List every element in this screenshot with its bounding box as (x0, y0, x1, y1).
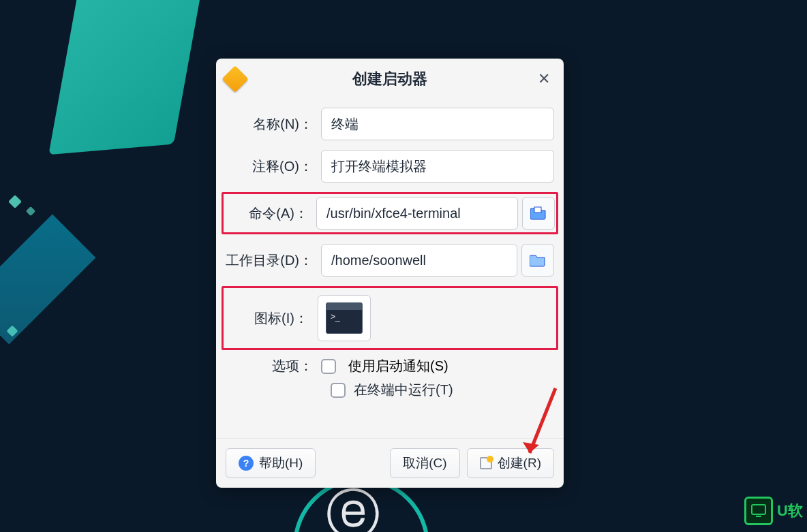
background-dot (8, 195, 22, 208)
svg-rect-4 (756, 516, 761, 517)
background-shape (48, 0, 210, 155)
options-row: 选项： 使用启动通知(S) (224, 357, 555, 375)
icon-row-highlighted: 图标(I)： >_ (222, 286, 558, 350)
form-area: 名称(N)： 注释(O)： 命令(A)： 工作目录(D)： (216, 99, 564, 407)
workdir-label: 工作目录(D)： (226, 251, 321, 270)
command-label: 命令(A)： (225, 204, 316, 223)
icon-chooser-button[interactable]: >_ (318, 295, 371, 341)
folder-icon (530, 253, 546, 267)
dialog-title: 创建启动器 (216, 69, 564, 89)
watermark: U软 (740, 494, 807, 528)
startup-notify-label: 使用启动通知(S) (348, 357, 448, 375)
name-row: 名称(N)： (224, 108, 555, 140)
button-bar: ? 帮助(H) 取消(C) 创建(R) (216, 438, 564, 488)
watermark-badge-icon (744, 497, 773, 525)
help-icon: ? (239, 456, 254, 471)
watermark-text: U软 (777, 501, 803, 521)
terminal-icon: >_ (326, 302, 363, 334)
comment-row: 注释(O)： (224, 150, 555, 183)
create-launcher-dialog: 创建启动器 ✕ 名称(N)： 注释(O)： 命令(A)： (216, 59, 564, 488)
command-row-highlighted: 命令(A)： (222, 192, 558, 234)
workdir-browse-button[interactable] (521, 244, 554, 277)
file-open-icon (530, 206, 547, 220)
options-label: 选项： (226, 357, 321, 375)
comment-label: 注释(O)： (226, 157, 321, 176)
run-in-terminal-label: 在终端中运行(T) (354, 381, 453, 399)
comment-input[interactable] (321, 150, 554, 183)
icon-label: 图标(I)： (225, 309, 316, 328)
titlebar: 创建启动器 ✕ (216, 59, 564, 99)
help-button-label: 帮助(H) (259, 454, 303, 472)
run-in-terminal-row: 在终端中运行(T) (224, 381, 555, 399)
cancel-button-label: 取消(C) (403, 454, 446, 472)
startup-notify-checkbox[interactable] (321, 359, 336, 374)
name-label: 名称(N)： (226, 115, 321, 134)
workdir-row: 工作目录(D)： (224, 244, 555, 277)
workdir-input[interactable] (321, 244, 517, 277)
cancel-button[interactable]: 取消(C) (390, 448, 459, 478)
close-button[interactable]: ✕ (534, 69, 554, 89)
help-button[interactable]: ? 帮助(H) (226, 448, 316, 478)
svg-rect-3 (752, 505, 765, 514)
background-shape (0, 215, 95, 345)
new-document-icon (480, 457, 492, 469)
svg-rect-0 (534, 207, 541, 213)
command-input[interactable] (316, 197, 518, 230)
run-in-terminal-checkbox[interactable] (331, 383, 346, 398)
command-browse-button[interactable] (522, 197, 555, 230)
create-button-label: 创建(R) (498, 454, 541, 472)
background-dot (26, 206, 35, 216)
create-button[interactable]: 创建(R) (467, 448, 554, 478)
name-input[interactable] (321, 108, 554, 140)
